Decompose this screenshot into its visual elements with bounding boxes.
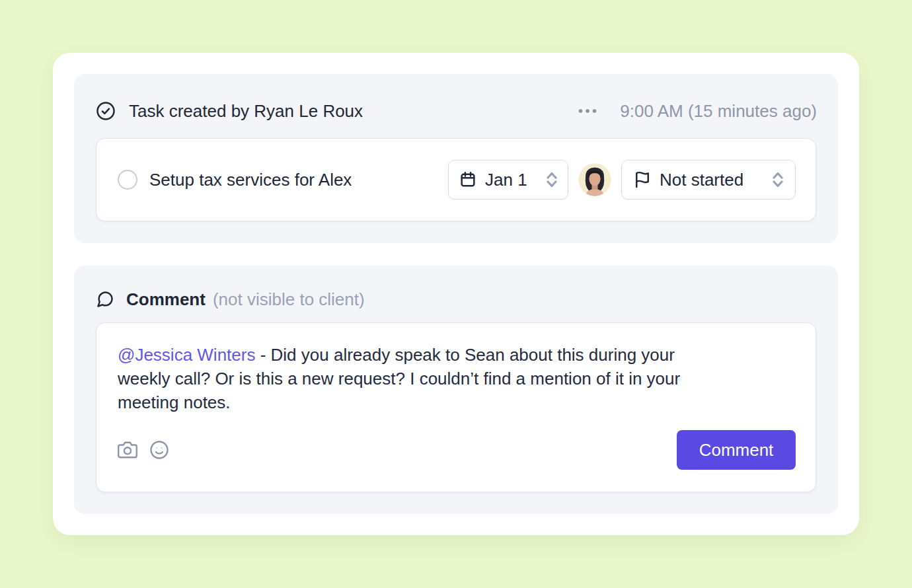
avatar-portrait-image xyxy=(578,163,611,196)
more-options-button[interactable] xyxy=(575,106,600,116)
attach-image-button[interactable] xyxy=(118,440,137,460)
ellipsis-icon xyxy=(578,108,597,114)
timestamp: 9:00 AM (15 minutes ago) xyxy=(620,101,817,122)
chevron-up-down-icon xyxy=(771,170,785,190)
emoji-button[interactable] xyxy=(149,440,169,460)
comment-text: @Jessica Winters - Did you already speak… xyxy=(118,343,772,414)
comment-text-line: meeting notes. xyxy=(118,390,772,414)
due-date-picker[interactable]: Jan 1 xyxy=(448,160,568,200)
comment-visibility-note: (not visible to client) xyxy=(213,289,365,310)
comment-header: Comment (not visible to client) xyxy=(96,289,817,309)
smiley-icon xyxy=(149,440,169,460)
comment-text-line: @Jessica Winters - Did you already speak… xyxy=(118,343,772,367)
flag-icon xyxy=(633,170,652,189)
mention-link[interactable]: @Jessica Winters xyxy=(118,345,255,365)
status-picker[interactable]: Not started xyxy=(621,160,796,200)
chevron-up-down-icon xyxy=(545,170,559,190)
activity-card: Task created by Ryan Le Roux 9:00 AM (15… xyxy=(53,53,859,535)
task-event-panel: Task created by Ryan Le Roux 9:00 AM (15… xyxy=(74,74,838,243)
due-date-value: Jan 1 xyxy=(485,170,527,190)
task-event-title: Task created by Ryan Le Roux xyxy=(129,101,363,122)
assignee-avatar[interactable] xyxy=(578,163,611,196)
comment-text-line: weekly call? Or is this a new request? I… xyxy=(118,367,772,390)
message-bubble-icon xyxy=(96,290,114,309)
comment-submit-button[interactable]: Comment xyxy=(677,430,796,470)
check-circle-icon xyxy=(96,101,116,121)
task-event-header: Task created by Ryan Le Roux 9:00 AM (15… xyxy=(96,101,817,121)
task-title: Setup tax services for Alex xyxy=(149,170,448,190)
comment-title: Comment xyxy=(126,289,206,310)
task-checkbox[interactable] xyxy=(118,170,137,190)
editor-footer: Comment xyxy=(118,430,796,470)
calendar-icon xyxy=(459,170,477,189)
camera-icon xyxy=(118,440,137,460)
page-background: Task created by Ryan Le Roux 9:00 AM (15… xyxy=(0,0,912,588)
status-value: Not started xyxy=(660,170,743,190)
comment-editor[interactable]: @Jessica Winters - Did you already speak… xyxy=(96,322,816,492)
task-row: Setup tax services for Alex Jan 1 xyxy=(96,138,816,221)
comment-panel: Comment (not visible to client) @Jessica… xyxy=(74,266,838,514)
